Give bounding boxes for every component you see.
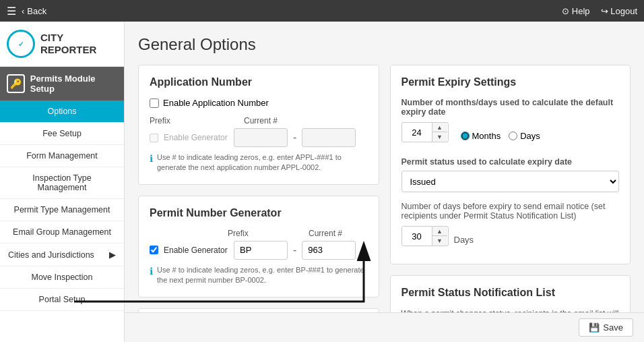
days-notice-down[interactable]: ▼ (432, 236, 447, 246)
sidebar-item-email-group[interactable]: Email Group Management (0, 221, 124, 244)
days-notice-input[interactable] (402, 227, 432, 246)
module-icon: 🔑 (7, 74, 25, 93)
sidebar-item-portal-setup[interactable]: Portal Setup (0, 289, 124, 311)
days-notice-label: Number of days before expiry to send ema… (401, 202, 620, 221)
permit-dash: - (293, 244, 296, 256)
months-radio[interactable] (461, 132, 470, 140)
save-icon: 💾 (589, 322, 600, 333)
enable-generator-permit-label: Enable Generator (164, 246, 228, 255)
expiry-months-up[interactable]: ▲ (432, 123, 447, 132)
hamburger-icon[interactable]: ☰ (7, 5, 16, 18)
calc-expiry-label: Number of months/days used to calculate … (401, 98, 620, 117)
pg-info-icon: ℹ (150, 265, 153, 286)
sidebar-logo: ✓ CITY REPORTER (0, 22, 124, 67)
app-current-input[interactable] (302, 128, 356, 147)
notification-card: Permit Status Notification List When a p… (390, 275, 631, 312)
app-number-card: Application Number Enable Application Nu… (138, 65, 379, 185)
logo-icon: ✓ (7, 30, 35, 58)
logout-link[interactable]: ↪ Logout (601, 6, 637, 16)
enable-generator-checkbox[interactable] (150, 134, 158, 142)
sidebar: ✓ CITY REPORTER 🔑 Permits Module Setup O… (0, 22, 125, 342)
days-radio-label[interactable]: Days (509, 131, 540, 141)
enable-app-number-label: Enable Application Number (163, 98, 269, 108)
months-radio-label[interactable]: Months (461, 131, 501, 141)
sidebar-item-permit-type[interactable]: Permit Type Management (0, 199, 124, 221)
days-radio[interactable] (509, 132, 517, 140)
sidebar-item-move-inspection[interactable]: Move Inspection (0, 266, 124, 289)
topbar: ☰ ‹ Back ⊙ Help ↪ Logout (0, 0, 644, 22)
app-prefix-input[interactable] (234, 128, 288, 147)
sidebar-item-options[interactable]: Options (0, 101, 124, 123)
footer-bar: 💾 Save (125, 312, 644, 342)
app-info-text: Use # to indicate leading zeros, e.g. en… (157, 152, 368, 173)
status-calc-label: Permit status used to calculate expiry d… (401, 157, 620, 167)
expiry-months-down[interactable]: ▼ (432, 132, 447, 142)
enable-generator-permit-checkbox[interactable] (150, 246, 158, 254)
enable-generator-label: Enable Generator (164, 133, 228, 142)
save-button[interactable]: 💾 Save (579, 318, 633, 337)
current-col-label: Current # (244, 116, 278, 125)
pg-info-text: Use # to indicate leading zeros, e.g. en… (157, 265, 368, 286)
logout-icon: ↪ (601, 6, 611, 16)
sidebar-module-header: 🔑 Permits Module Setup (0, 67, 124, 101)
prefix-col-label: Prefix (150, 116, 203, 125)
permit-generator-title: Permit Number Generator (150, 207, 368, 219)
arrow-right-icon: ▶ (109, 250, 116, 260)
enable-app-number-checkbox[interactable] (150, 98, 159, 108)
days-notice-up[interactable]: ▲ (432, 227, 447, 236)
sidebar-item-cities[interactable]: Cities and Jurisdictions ▶ (0, 244, 124, 266)
info-icon: ℹ (150, 152, 153, 173)
days-unit-label: Days (454, 235, 474, 245)
permit-expiry-card: Permit Expiry Settings Number of months/… (390, 65, 631, 264)
chevron-left-icon: ‹ (22, 6, 24, 16)
help-link[interactable]: ⊙ Help (562, 6, 589, 16)
logo-text: CITY REPORTER (40, 32, 96, 56)
sidebar-item-form-management[interactable]: Form Management (0, 145, 124, 167)
app-number-title: Application Number (150, 76, 368, 88)
dash-separator: - (293, 132, 296, 144)
permit-prefix-input[interactable] (234, 241, 288, 260)
permit-current-input[interactable] (302, 241, 356, 260)
expiry-months-input[interactable] (402, 123, 432, 142)
main-content: General Options Application Number Enabl… (125, 22, 644, 312)
help-icon: ⊙ (562, 6, 572, 16)
permit-status-select[interactable]: Issued (401, 171, 620, 192)
sidebar-item-fee-setup[interactable]: Fee Setup (0, 123, 124, 145)
page-title: General Options (138, 35, 631, 54)
pg-current-label: Current # (309, 229, 342, 238)
pg-prefix-label: Prefix (228, 229, 282, 238)
permit-expiry-title: Permit Expiry Settings (401, 76, 620, 88)
sidebar-nav: Options Fee Setup Form Management Inspec… (0, 101, 124, 311)
sidebar-item-inspection-type[interactable]: Inspection Type Management (0, 167, 124, 199)
permit-generator-card: Permit Number Generator Prefix Current #… (138, 196, 379, 297)
notification-title: Permit Status Notification List (401, 287, 620, 299)
back-button[interactable]: ‹ Back (22, 6, 46, 16)
